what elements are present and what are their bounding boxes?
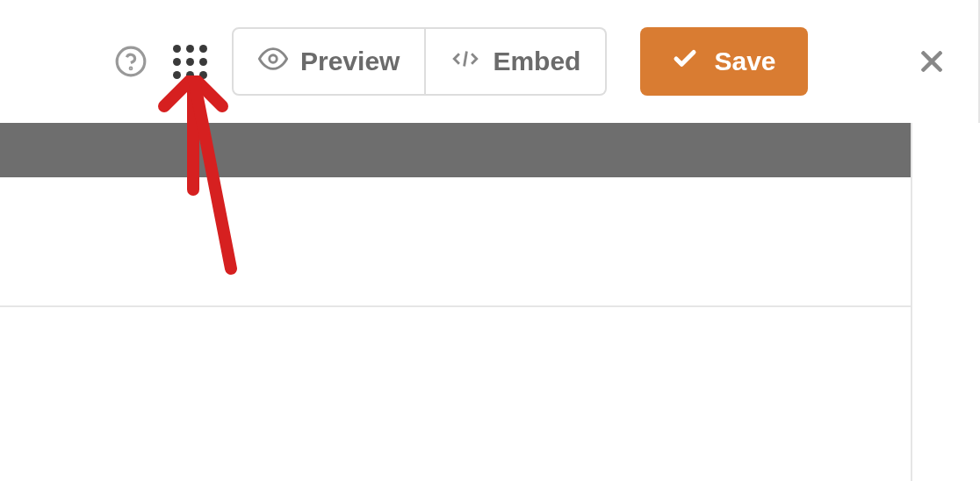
check-icon xyxy=(672,46,698,78)
close-icon[interactable] xyxy=(913,42,952,81)
toolbar-left-group xyxy=(114,44,207,79)
save-button[interactable]: Save xyxy=(640,27,807,96)
help-icon[interactable] xyxy=(114,45,148,78)
code-icon xyxy=(450,44,480,80)
preview-button[interactable]: Preview xyxy=(232,27,426,96)
toolbar: Preview Embed Save xyxy=(0,0,980,123)
svg-point-1 xyxy=(130,68,132,69)
button-group: Preview Embed xyxy=(232,27,607,96)
embed-button[interactable]: Embed xyxy=(426,27,607,96)
embed-label: Embed xyxy=(493,47,580,76)
content-area xyxy=(0,177,980,481)
preview-label: Preview xyxy=(300,47,400,76)
svg-line-3 xyxy=(465,51,467,66)
svg-point-2 xyxy=(270,54,277,62)
save-label: Save xyxy=(714,47,775,76)
eye-icon xyxy=(258,44,288,80)
divider-strip xyxy=(0,123,980,177)
panel-border xyxy=(911,123,912,481)
apps-grid-icon[interactable] xyxy=(172,44,207,79)
